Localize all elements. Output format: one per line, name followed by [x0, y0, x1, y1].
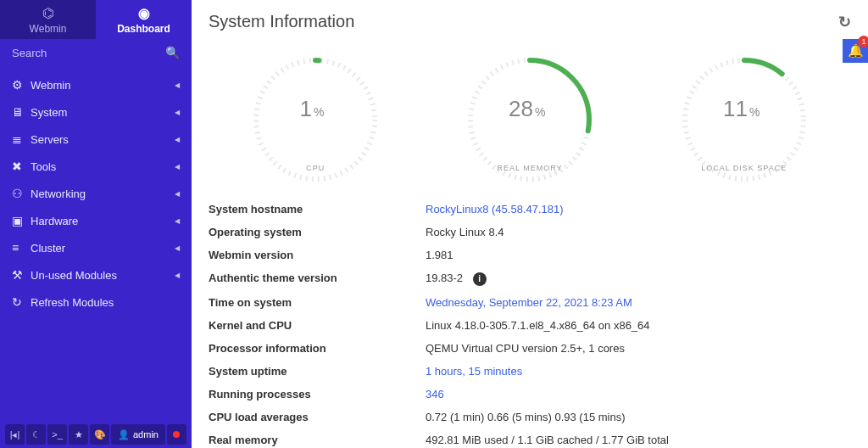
- gauge-memory: 28 % REAL MEMORY: [462, 52, 598, 172]
- nav-icon: ≣: [12, 132, 31, 146]
- info-value[interactable]: RockyLinux8 (45.58.47.181): [426, 203, 851, 216]
- sidebar-item-networking[interactable]: ⚇Networking◀: [0, 180, 192, 207]
- nav-icon: ⚙: [12, 78, 31, 92]
- bottom-toolbar: |◂| ☾ >_ ★ 🎨 👤 admin: [0, 424, 192, 445]
- info-row: System uptime1 hours, 15 minutes: [209, 360, 851, 383]
- nav-icon: ▣: [12, 214, 31, 227]
- user-icon: 👤: [118, 429, 130, 440]
- gauge-mem-unit: %: [535, 105, 545, 119]
- search-row: 🔍: [0, 39, 192, 66]
- info-label: CPU load averages: [209, 411, 426, 423]
- admin-user-button[interactable]: 👤 admin: [111, 424, 165, 445]
- gauge-mem-value: 28: [509, 96, 533, 121]
- gauge-row: 1 % CPU 28 % REAL MEMORY 11: [209, 52, 851, 172]
- chevron-left-icon: ◀: [175, 244, 180, 252]
- gauge-disk: 11 % LOCAL DISK SPACE: [676, 52, 812, 172]
- nav-label: Tools: [31, 160, 175, 173]
- chevron-left-icon: ◀: [175, 109, 180, 116]
- gauge-cpu-value: 1: [300, 96, 312, 121]
- sidebar: ⌬ Webmin ◉ Dashboard 🔍 ⚙Webmin◀🖥System◀≣…: [0, 0, 192, 448]
- chevron-left-icon: ◀: [175, 272, 180, 279]
- sidebar-item-hardware[interactable]: ▣Hardware◀: [0, 207, 192, 234]
- info-value: 492.81 MiB used / 1.1 GiB cached / 1.77 …: [426, 434, 851, 446]
- record-dot-icon: [173, 431, 180, 438]
- info-row: Processor informationQEMU Virtual CPU ve…: [209, 337, 851, 360]
- tab-webmin[interactable]: ⌬ Webmin: [0, 0, 96, 39]
- sidebar-item-un-used-modules[interactable]: ⚒Un-used Modules◀: [0, 261, 192, 288]
- gauge-disk-label: LOCAL DISK SPACE: [701, 164, 787, 172]
- info-row: System hostnameRockyLinux8 (45.58.47.181…: [209, 198, 851, 221]
- chevron-left-icon: ◀: [175, 163, 180, 171]
- system-info-table: System hostnameRockyLinux8 (45.58.47.181…: [209, 198, 851, 448]
- info-value[interactable]: Wednesday, September 22, 2021 8:23 AM: [426, 296, 851, 309]
- nav-label: Webmin: [31, 79, 175, 92]
- gauge-disk-unit: %: [749, 105, 760, 119]
- sidebar-item-system[interactable]: 🖥System◀: [0, 98, 192, 126]
- nav-label: System: [31, 106, 175, 119]
- gauge-cpu-unit: %: [314, 105, 324, 119]
- favorite-icon[interactable]: ★: [69, 424, 88, 445]
- nav-icon: ⚇: [12, 187, 31, 200]
- nav-icon: ↻: [12, 295, 31, 309]
- info-label: Processor information: [209, 342, 426, 355]
- notification-badge: 1: [858, 36, 868, 48]
- nav-label: Servers: [31, 133, 175, 146]
- info-label: System uptime: [209, 365, 426, 378]
- info-value[interactable]: 1 hours, 15 minutes: [426, 365, 851, 378]
- nav-label: Networking: [31, 188, 175, 200]
- webmin-logo-icon: ⌬: [42, 5, 54, 21]
- tab-dashboard[interactable]: ◉ Dashboard: [96, 0, 192, 39]
- gauge-cpu-label: CPU: [306, 164, 325, 172]
- nav-icon: ≡: [12, 241, 31, 255]
- header-row: System Information ↻: [209, 12, 851, 31]
- gauge-mem-label: REAL MEMORY: [497, 164, 562, 172]
- info-row: Running processes346: [209, 383, 851, 406]
- admin-label: admin: [133, 429, 159, 440]
- info-value: 0.72 (1 min) 0.66 (5 mins) 0.93 (15 mins…: [426, 411, 851, 423]
- chevron-left-icon: ◀: [175, 190, 180, 198]
- info-value: 1.981: [426, 249, 851, 261]
- night-mode-icon[interactable]: ☾: [26, 424, 46, 445]
- info-value: 19.83-2 i: [426, 272, 851, 286]
- info-value: Rocky Linux 8.4: [426, 226, 851, 238]
- info-label: Time on system: [209, 296, 426, 309]
- gauge-cpu: 1 % CPU: [248, 52, 383, 172]
- palette-icon[interactable]: 🎨: [90, 424, 109, 445]
- main-content: System Information ↻ 1 % CPU 28 %: [192, 0, 868, 448]
- nav-label: Refresh Modules: [31, 296, 180, 309]
- info-row: Operating systemRocky Linux 8.4: [209, 221, 851, 244]
- info-label: Real memory: [209, 434, 426, 446]
- info-icon[interactable]: i: [473, 272, 487, 286]
- refresh-icon[interactable]: ↻: [838, 13, 851, 31]
- info-label: Kernel and CPU: [209, 319, 426, 332]
- info-row: Real memory492.81 MiB used / 1.1 GiB cac…: [209, 428, 851, 448]
- search-input[interactable]: [12, 47, 165, 59]
- info-label: Webmin version: [209, 249, 426, 261]
- nav-list: ⚙Webmin◀🖥System◀≣Servers◀✖Tools◀⚇Network…: [0, 66, 192, 316]
- sidebar-item-cluster[interactable]: ≡Cluster◀: [0, 234, 192, 261]
- collapse-icon[interactable]: |◂|: [5, 424, 25, 445]
- gauge-icon: ◉: [138, 5, 150, 21]
- nav-label: Cluster: [31, 242, 175, 255]
- tab-webmin-label: Webmin: [30, 23, 67, 35]
- sidebar-item-refresh-modules[interactable]: ↻Refresh Modules: [0, 288, 192, 316]
- sidebar-item-webmin[interactable]: ⚙Webmin◀: [0, 71, 192, 98]
- info-value[interactable]: 346: [426, 388, 851, 400]
- nav-icon: ✖: [12, 160, 31, 173]
- gauge-track: [256, 60, 375, 179]
- sidebar-item-servers[interactable]: ≣Servers◀: [0, 126, 192, 153]
- chevron-left-icon: ◀: [175, 136, 180, 143]
- record-button[interactable]: [167, 424, 186, 445]
- info-row: Authentic theme version19.83-2 i: [209, 266, 851, 291]
- info-value: Linux 4.18.0-305.7.1.el8_4.x86_64 on x86…: [426, 319, 851, 332]
- gauge-disk-value: 11: [723, 96, 748, 121]
- sidebar-item-tools[interactable]: ✖Tools◀: [0, 153, 192, 180]
- chevron-left-icon: ◀: [175, 217, 180, 225]
- notification-button[interactable]: 🔔 1: [843, 39, 868, 63]
- terminal-icon[interactable]: >_: [47, 424, 67, 445]
- nav-icon: 🖥: [12, 105, 31, 119]
- search-icon[interactable]: 🔍: [165, 46, 180, 59]
- info-row: Webmin version1.981: [209, 244, 851, 266]
- nav-label: Un-used Modules: [31, 269, 175, 282]
- info-value: QEMU Virtual CPU version 2.5+, 1 cores: [426, 342, 851, 355]
